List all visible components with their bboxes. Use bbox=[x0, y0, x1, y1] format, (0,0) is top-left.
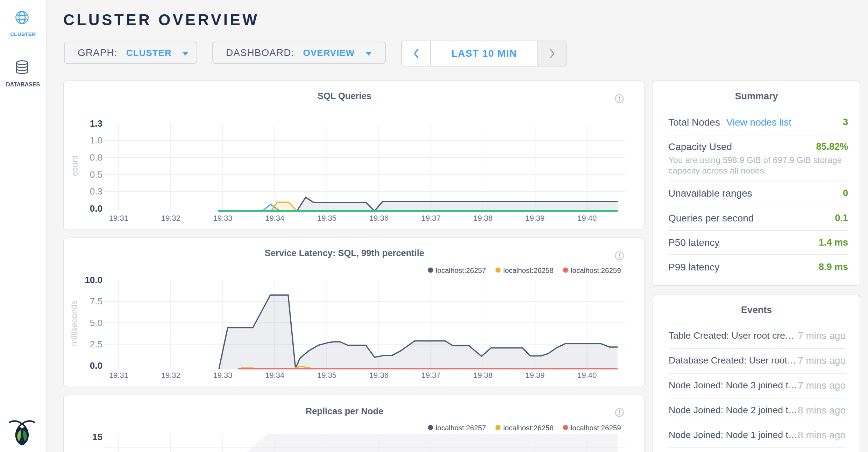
svg-text:19:36: 19:36 bbox=[369, 214, 389, 223]
svg-text:19:34: 19:34 bbox=[265, 214, 284, 223]
svg-text:19:40: 19:40 bbox=[577, 214, 597, 223]
svg-text:19:33: 19:33 bbox=[213, 371, 232, 380]
svg-text:2.5: 2.5 bbox=[90, 339, 102, 349]
svg-text:milliseconds: milliseconds bbox=[69, 301, 79, 346]
svg-text:localhost:26258: localhost:26258 bbox=[503, 266, 554, 274]
svg-text:0.0: 0.0 bbox=[90, 203, 102, 214]
svg-text:19:35: 19:35 bbox=[317, 214, 336, 223]
svg-text:localhost:26258: localhost:26258 bbox=[503, 424, 554, 432]
svg-text:5.0: 5.0 bbox=[90, 318, 102, 328]
svg-text:localhost:26259: localhost:26259 bbox=[571, 266, 621, 274]
svg-text:10: 10 bbox=[92, 451, 102, 452]
svg-text:localhost:26257: localhost:26257 bbox=[436, 266, 486, 274]
svg-text:19:34: 19:34 bbox=[265, 371, 284, 380]
svg-text:0.8: 0.8 bbox=[90, 152, 102, 163]
svg-text:19:33: 19:33 bbox=[213, 214, 232, 223]
svg-text:1.3: 1.3 bbox=[90, 118, 102, 129]
svg-text:19:35: 19:35 bbox=[317, 371, 336, 380]
svg-text:19:31: 19:31 bbox=[109, 214, 128, 223]
svg-text:count: count bbox=[70, 155, 79, 176]
svg-text:15: 15 bbox=[92, 432, 102, 442]
svg-text:19:31: 19:31 bbox=[109, 371, 128, 380]
svg-text:19:32: 19:32 bbox=[161, 214, 180, 223]
svg-text:localhost:26257: localhost:26257 bbox=[436, 424, 486, 432]
svg-text:19:39: 19:39 bbox=[525, 371, 545, 380]
svg-text:19:40: 19:40 bbox=[577, 371, 597, 380]
svg-text:19:37: 19:37 bbox=[421, 371, 441, 380]
svg-text:19:38: 19:38 bbox=[473, 371, 492, 380]
svg-text:19:39: 19:39 bbox=[525, 214, 545, 223]
svg-text:19:36: 19:36 bbox=[369, 371, 389, 380]
svg-text:0.5: 0.5 bbox=[90, 169, 102, 180]
svg-text:10.0: 10.0 bbox=[85, 275, 102, 285]
svg-text:19:38: 19:38 bbox=[473, 214, 492, 223]
svg-text:0.3: 0.3 bbox=[90, 186, 102, 197]
svg-text:0.0: 0.0 bbox=[90, 360, 102, 371]
svg-text:19:32: 19:32 bbox=[161, 371, 180, 380]
svg-text:1.0: 1.0 bbox=[90, 135, 102, 146]
svg-text:19:37: 19:37 bbox=[421, 214, 441, 223]
svg-text:localhost:26259: localhost:26259 bbox=[571, 424, 621, 432]
svg-text:7.5: 7.5 bbox=[90, 296, 102, 306]
